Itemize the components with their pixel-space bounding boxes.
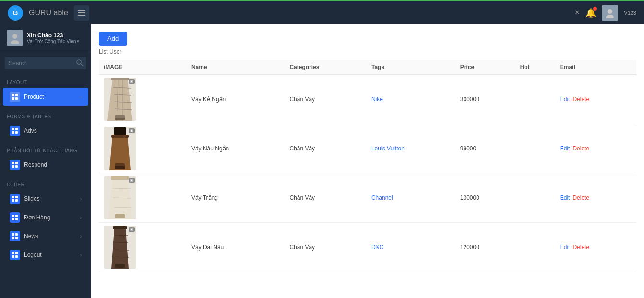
nav-layout-section: Layout Product › <box>0 74 91 108</box>
delete-button-0[interactable]: Delete <box>572 96 589 103</box>
edit-button-0[interactable]: Edit <box>560 96 570 103</box>
main-layout: Xin Chào 123 Vai Trò: Công Tác Viên ▾ <box>0 24 644 298</box>
product-name-cell-1: Váy Nâu Ngắn <box>187 124 285 173</box>
sidebar-item-news-label: News <box>24 233 76 240</box>
sidebar-item-news[interactable]: News › <box>3 227 88 245</box>
svg-rect-31 <box>12 237 14 239</box>
logo-name: GURU <box>29 9 51 17</box>
logo-icon: G <box>8 5 23 21</box>
topbar: G GURU able × 🔔 V123 <box>0 0 644 24</box>
product-image-1: ▣ <box>104 127 136 170</box>
product-tags-cell-3: D&G <box>367 223 455 272</box>
sidebar: Xin Chào 123 Vai Trò: Công Tác Viên ▾ <box>0 24 91 298</box>
table-row: ▣Váy Kẻ NgắnChân VáyNike300000EditDelete <box>99 75 636 124</box>
nav-section-title-forms: Forms & Tables <box>0 110 91 121</box>
notification-icon[interactable]: 🔔 <box>585 8 596 18</box>
svg-rect-37 <box>111 78 129 80</box>
delete-button-2[interactable]: Delete <box>572 195 589 201</box>
search-input[interactable] <box>9 60 73 67</box>
table-row: ▣Váy TrắngChân VáyChannel130000EditDelet… <box>99 173 636 223</box>
product-tag-link-1[interactable]: Louis Vuitton <box>371 145 405 152</box>
table-body: ▣Váy Kẻ NgắnChân VáyNike300000EditDelete… <box>99 75 636 272</box>
svg-marker-38 <box>107 80 132 121</box>
svg-line-8 <box>81 64 83 66</box>
svg-rect-64 <box>115 264 125 268</box>
svg-rect-12 <box>15 97 18 100</box>
svg-rect-0 <box>78 10 85 11</box>
product-image-cell-2: ▣ <box>99 173 187 223</box>
svg-rect-47 <box>114 127 126 136</box>
delete-button-1[interactable]: Delete <box>572 145 589 152</box>
product-name-cell-3: Váy Dài Nâu <box>187 223 285 272</box>
delete-button-3[interactable]: Delete <box>572 244 589 251</box>
sidebar-item-logout[interactable]: Logout › <box>3 246 88 264</box>
product-tag-link-0[interactable]: Nike <box>371 96 383 103</box>
logo-sub: able <box>51 9 68 17</box>
logo-text: GURU able <box>29 9 68 17</box>
svg-rect-10 <box>15 94 18 96</box>
product-tags-cell-0: Nike <box>367 75 455 124</box>
product-image-cell-0: ▣ <box>99 75 187 124</box>
svg-rect-33 <box>12 252 14 254</box>
product-image-cell-3: ▣ <box>99 223 187 272</box>
slides-chevron-icon: › <box>80 196 82 202</box>
user-avatar-button[interactable] <box>602 5 618 21</box>
edit-button-3[interactable]: Edit <box>560 244 570 251</box>
sidebar-item-logout-label: Logout <box>24 252 76 258</box>
version-text: V123 <box>624 10 636 16</box>
svg-rect-22 <box>15 196 18 198</box>
don-hang-chevron-icon: › <box>80 215 82 220</box>
svg-rect-28 <box>15 218 18 220</box>
product-price-cell-3: 120000 <box>455 223 515 272</box>
product-categories-cell-0: Chân Váy <box>285 75 367 124</box>
search-box <box>5 57 86 69</box>
svg-rect-18 <box>15 162 18 164</box>
product-categories-cell-1: Chân Váy <box>285 124 367 173</box>
edit-button-2[interactable]: Edit <box>560 195 570 201</box>
svg-rect-34 <box>15 252 18 254</box>
svg-point-5 <box>12 34 17 39</box>
news-icon <box>10 231 20 241</box>
sidebar-item-respond[interactable]: Respond <box>3 156 88 174</box>
svg-rect-14 <box>15 128 18 130</box>
svg-rect-27 <box>12 218 14 220</box>
product-name-cell-0: Váy Kẻ Ngắn <box>187 75 285 124</box>
list-label: List User <box>99 48 636 55</box>
table-row: ▣Váy Nâu NgắnChân VáyLouis Vuitton99000E… <box>99 124 636 173</box>
image-icon-3: ▣ <box>129 227 135 232</box>
svg-rect-16 <box>15 131 18 134</box>
svg-rect-20 <box>15 165 18 168</box>
nav-section-title-other: Other <box>0 178 91 189</box>
content-inner: Add List User iMAGE Name Categories Tags… <box>91 24 644 280</box>
product-tag-link-2[interactable]: Channel <box>371 195 393 201</box>
sidebar-item-product[interactable]: Product › <box>3 88 88 106</box>
edit-button-1[interactable]: Edit <box>560 145 570 152</box>
product-tags-cell-2: Channel <box>367 173 455 223</box>
user-section: Xin Chào 123 Vai Trò: Công Tác Viên ▾ <box>0 24 91 52</box>
sidebar-item-respond-label: Respond <box>24 161 82 168</box>
nav-forms-section: Forms & Tables Advs <box>0 108 91 142</box>
slides-icon <box>10 194 20 204</box>
sidebar-avatar <box>7 30 23 46</box>
svg-rect-52 <box>111 176 129 180</box>
sidebar-item-don-hang-label: Đơn Hàng <box>24 214 76 221</box>
search-section <box>0 52 91 74</box>
sidebar-item-slides[interactable]: Slides › <box>3 190 88 208</box>
svg-rect-15 <box>12 131 14 134</box>
sidebar-item-don-hang[interactable]: Đơn Hàng › <box>3 208 88 227</box>
product-tag-link-3[interactable]: D&G <box>371 244 384 251</box>
logout-chevron-icon: › <box>80 252 82 258</box>
user-role[interactable]: Vai Trò: Công Tác Viên ▾ <box>27 39 84 44</box>
product-image-0: ▣ <box>104 78 136 121</box>
user-name: Xin Chào 123 <box>27 32 84 39</box>
nav-other-section: Other Slides › <box>0 176 91 266</box>
close-panel-button[interactable]: × <box>575 8 580 18</box>
svg-rect-19 <box>12 165 14 168</box>
sidebar-item-advs[interactable]: Advs <box>3 122 88 140</box>
product-icon <box>10 92 20 102</box>
hamburger-button[interactable] <box>74 5 89 21</box>
user-info: Xin Chào 123 Vai Trò: Công Tác Viên ▾ <box>27 32 84 44</box>
search-icon-button[interactable] <box>76 59 83 67</box>
svg-rect-1 <box>78 12 85 13</box>
add-button[interactable]: Add <box>99 32 127 46</box>
